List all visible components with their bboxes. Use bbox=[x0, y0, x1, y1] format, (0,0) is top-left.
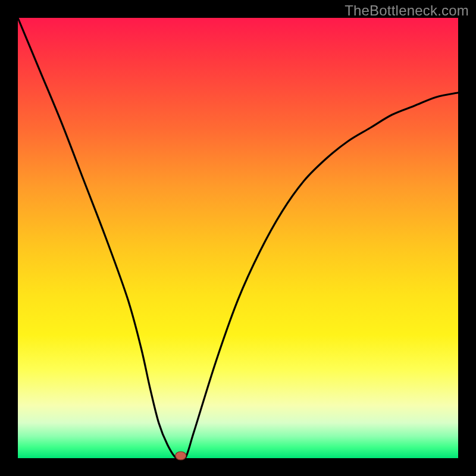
curve-svg bbox=[18, 18, 458, 458]
chart-frame: TheBottleneck.com bbox=[0, 0, 476, 476]
bottleneck-curve bbox=[18, 18, 458, 461]
plot-area bbox=[18, 18, 458, 458]
optimum-marker bbox=[176, 452, 186, 460]
watermark-text: TheBottleneck.com bbox=[345, 2, 469, 19]
